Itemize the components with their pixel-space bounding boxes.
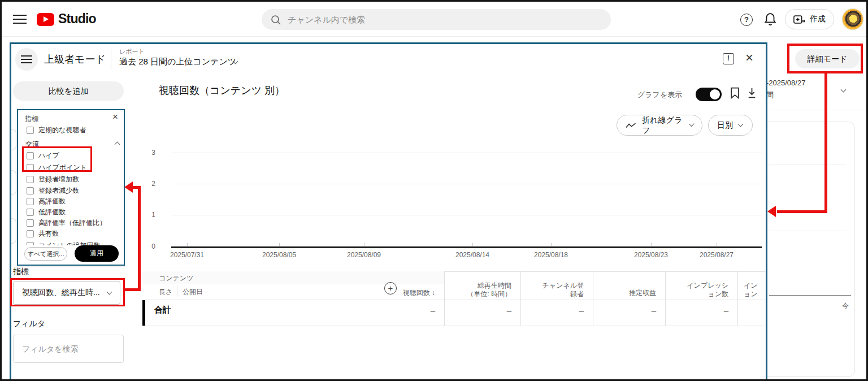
total-subscribers-value: – [522,305,584,315]
interval-value: 日別 [717,120,733,131]
feedback-icon[interactable]: ! [723,53,734,64]
select-all-button[interactable]: すべて選択... [24,247,67,261]
col-watch-time[interactable]: 総再生時間（単位: 時間） [449,282,511,298]
sort-desc-icon: ↓ [432,289,435,297]
date-range-fragment: -2025/08/27 [766,79,805,87]
x-tick: 2025/08/09 [347,251,381,259]
chart-type-value: 折れ線グラフ [642,115,684,136]
metrics-popup-close-icon[interactable]: × [112,111,118,123]
annotation-line [133,186,141,189]
total-revenue-value: – [594,305,656,315]
metric-checkbox-row[interactable]: 定期的な視聴者 [27,125,86,135]
metrics-popup: 指標 × 定期的な視聴者 交流 ハイプ ハイプポイント 登録者増加数 登録者減少… [17,109,125,266]
annotation-arrowhead [124,181,133,193]
y-tick: 1 [143,211,155,219]
report-selector[interactable]: 過去 28 日間の上位コンテンツ [119,57,236,67]
search-icon [271,15,281,25]
metrics-popup-title: 指標 [25,114,38,124]
checkbox-icon [27,176,34,183]
interval-dropdown[interactable]: 日別 [708,115,753,136]
col-publish-date[interactable]: 公開日 [183,287,203,297]
gridline [171,184,762,184]
studio-brand[interactable]: Studio [58,11,96,27]
channel-search[interactable] [262,9,611,30]
gridline [171,215,762,215]
checkbox-icon [27,209,34,216]
chart-type-dropdown[interactable]: 折れ線グラフ [617,115,702,136]
screenshot-root: Studio ? 作成 -2025/08/27 間 今 詳細モード 上級者モード… [0,0,868,381]
x-tick: 2025/08/23 [634,251,668,259]
notifications-bell-icon[interactable] [764,12,776,26]
total-impressions-value: – [666,305,728,315]
apply-button[interactable]: 適用 [75,245,119,262]
panel-menu-button[interactable] [15,48,38,71]
panel-menu-icon [21,55,32,63]
chart-type-chevron-icon [689,122,694,127]
show-graph-toggle[interactable] [696,88,722,101]
section-collapse-icon[interactable] [115,142,120,148]
youtube-logo-icon[interactable] [37,13,54,26]
annotation-line [777,210,827,213]
hidden-control-sliver [11,129,16,150]
col-length[interactable]: 長さ [159,287,172,297]
now-fragment: 今 [842,301,849,311]
metric-checkbox-row[interactable]: 高評価数 [27,197,66,206]
x-axis-line [171,246,762,248]
date-range-chevron-icon[interactable] [841,87,847,93]
y-tick: 2 [143,180,155,188]
hidden-control-sliver [11,170,16,195]
filter-search-input[interactable] [13,335,124,363]
create-label: 作成 [810,14,826,24]
annotation-line [824,73,827,212]
total-row-label[interactable]: 合計 [154,305,171,315]
advanced-mode-panel: 上級者モード レポート 過去 28 日間の上位コンテンツ ! × 比較を追加 指… [10,42,767,381]
total-watch-time-value: – [449,305,511,315]
close-icon[interactable]: × [745,51,753,64]
panel-title: 上級者モード [44,53,106,66]
col-impressions[interactable]: インプレッション数 [666,282,728,298]
x-tick: 2025/07/31 [170,251,204,259]
metric-checkbox-row[interactable]: 高評価率（低評価比） [27,218,106,228]
x-tick: 2025/08/14 [455,251,489,259]
metric-checkbox-row[interactable]: 登録者減少数 [27,186,79,196]
search-input[interactable] [288,15,602,24]
checkbox-icon [27,198,34,205]
create-button[interactable]: 作成 [785,9,834,29]
line-chart-icon [626,122,636,129]
metric-checkbox-row[interactable]: 共有数 [27,229,59,239]
total-views-value: – [373,305,435,315]
col-impressions-ctr-cut[interactable]: インョン [744,282,758,298]
hidden-control-sliver [11,218,16,244]
filter-label: フィルタ [13,319,45,329]
x-tick: 2025/08/27 [700,251,734,259]
metric-checkbox-row[interactable]: 低評価数 [27,207,66,217]
checkbox-icon [27,127,34,134]
help-icon[interactable]: ? [740,14,753,26]
y-tick: 0 [143,243,155,250]
checkbox-icon [27,187,34,194]
account-avatar[interactable] [842,8,863,30]
show-graph-label: グラフを表示 [637,90,682,100]
interval-chevron-icon [738,122,744,127]
x-tick: 2025/08/18 [534,251,568,259]
col-views[interactable]: 視聴回数 ↓ [373,289,435,297]
main-menu-icon[interactable] [13,15,27,24]
annotation-line [138,186,141,291]
metrics-sidebar-label: 指標 [13,267,29,277]
add-comparison-button[interactable]: 比較を追加 [13,81,124,101]
annotation-box-detail-mode [787,44,863,73]
bookmark-icon[interactable] [730,87,740,99]
download-icon[interactable] [747,88,757,98]
chart-title: 視聴回数（コンテンツ 別） [159,84,285,97]
col-subscribers[interactable]: チャンネル登録者 [522,282,584,298]
gridline [171,153,762,153]
topbar: Studio ? 作成 [2,2,866,37]
annotation-arrowhead [767,206,776,217]
create-video-icon [793,15,806,24]
checkbox-icon [27,219,34,227]
y-tick: 3 [143,149,155,157]
toggle-knob [710,89,720,99]
metric-checkbox-row[interactable]: 登録者増加数 [27,175,79,184]
annotation-box-hype-metrics [22,146,92,172]
col-revenue[interactable]: 推定収益 [594,289,656,297]
